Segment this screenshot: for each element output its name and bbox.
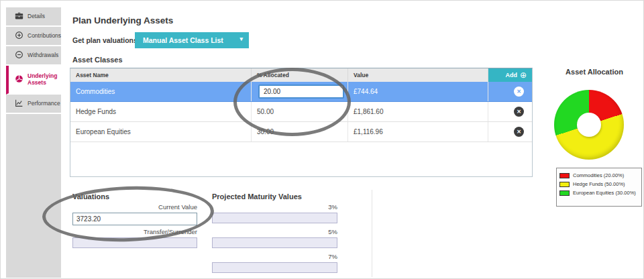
add-asset-button[interactable]: Add ⊕ [488,68,532,82]
donut-hole [577,113,601,137]
sidebar-item-contributions[interactable]: Contributions [6,27,61,46]
rate-3-input [212,213,337,223]
sidebar-item-label: Contributions [28,33,61,40]
asset-allocation-donut [554,90,624,160]
legend-item: Commodities (20.00%) [559,171,639,180]
sidebar-item-performance[interactable]: Performance [6,95,61,114]
dropdown-selected-value: Manual Asset Class List [143,36,223,44]
current-value-label: Current Value [72,203,197,211]
allocation-input[interactable] [258,85,344,99]
delete-row-button[interactable]: ✕ [514,107,524,117]
legend-swatch-commodities [559,173,570,178]
legend-label: Hedge Funds (50.00%) [573,181,625,187]
rate-7-input [212,262,337,273]
asset-name-cell: Hedge Funds [70,102,252,121]
row-actions-cell: ✕ [488,122,532,142]
table-row-commodities[interactable]: Commodities £744.64 ✕ [70,82,532,102]
sidebar-item-withdrawals[interactable]: Withdrawals [6,46,61,66]
plus-circle-icon: ⊕ [520,70,527,80]
asset-name-cell: European Equities [70,122,252,142]
minus-circle-icon [15,50,23,60]
legend-swatch-european-equities [559,190,570,196]
add-button-label: Add [505,72,517,78]
sidebar-item-label: Details [28,13,45,20]
value-cell: £1,116.96 [348,122,488,142]
legend-label: Commodities (20.00%) [573,172,624,178]
column-header-percent-allocated: % Allocated [252,68,348,82]
row-actions-cell: ✕ [488,82,532,101]
plan-underlying-assets-screen: Details Contributions Withdrawals Underl… [0,0,644,279]
allocation-cell: 30.00 [252,122,348,142]
legend-label: European Equities (30.00%) [573,190,636,196]
sidebar: Details Contributions Withdrawals Underl… [6,7,61,278]
column-header-asset-name: Asset Name [70,68,252,82]
transfer-surrender-input [72,237,197,248]
allocation-cell: 50.00 [252,102,348,121]
sidebar-item-label: Performance [28,101,60,107]
value-cell: £1,861.60 [348,102,488,121]
rate-5-input [212,237,337,248]
plus-circle-icon [15,31,23,41]
projected-maturity-heading: Projected Maturity Values [212,192,302,201]
chart-legend: Commodities (20.00%) Hedge Funds (50.00%… [556,168,642,207]
table-row-hedge-funds[interactable]: Hedge Funds 50.00 £1,861.60 ✕ [70,102,532,122]
table-header-row: Asset Name % Allocated Value Add ⊕ [70,68,532,82]
plan-valuations-dropdown[interactable]: Manual Asset Class List ▾ [135,32,249,48]
delete-row-button[interactable]: ✕ [514,87,524,97]
valuations-heading: Valuations [72,192,109,201]
asset-allocation-title: Asset Allocation [544,68,644,76]
chevron-down-icon: ▾ [239,36,243,42]
asset-classes-table: Asset Name % Allocated Value Add ⊕ Commo… [70,68,533,177]
rate-7-label: 7% [212,253,337,260]
asset-classes-label: Asset Classes [72,56,123,64]
rate-5-label: 5% [212,228,337,235]
pie-chart-icon [15,74,23,85]
row-actions-cell: ✕ [488,102,532,121]
allocation-cell [252,82,348,101]
column-header-value: Value [348,68,488,82]
line-chart-icon [15,99,23,109]
sidebar-item-details[interactable]: Details [6,7,61,27]
sidebar-item-label: Withdrawals [28,52,58,59]
current-value-input[interactable] [72,213,197,225]
asset-name-cell: Commodities [70,82,252,101]
legend-swatch-hedge-funds [559,182,570,187]
transfer-surrender-label: Transfer/Surrender [72,228,197,235]
legend-item: European Equities (30.00%) [559,188,639,197]
page-title: Plan Underlying Assets [72,15,173,25]
value-cell: £744.64 [348,82,488,101]
briefcase-icon [15,11,23,21]
rate-3-label: 3% [212,203,337,211]
table-row-european-equities[interactable]: European Equities 30.00 £1,116.96 ✕ [70,122,532,142]
get-plan-valuations-label: Get plan valuations: [72,36,140,44]
legend-item: Hedge Funds (50.00%) [559,180,639,188]
section-divider [372,190,372,277]
sidebar-item-underlying-assets[interactable]: Underlying Assets [6,66,61,95]
delete-row-button[interactable]: ✕ [514,127,524,137]
sidebar-item-label: Underlying Assets [28,73,61,87]
